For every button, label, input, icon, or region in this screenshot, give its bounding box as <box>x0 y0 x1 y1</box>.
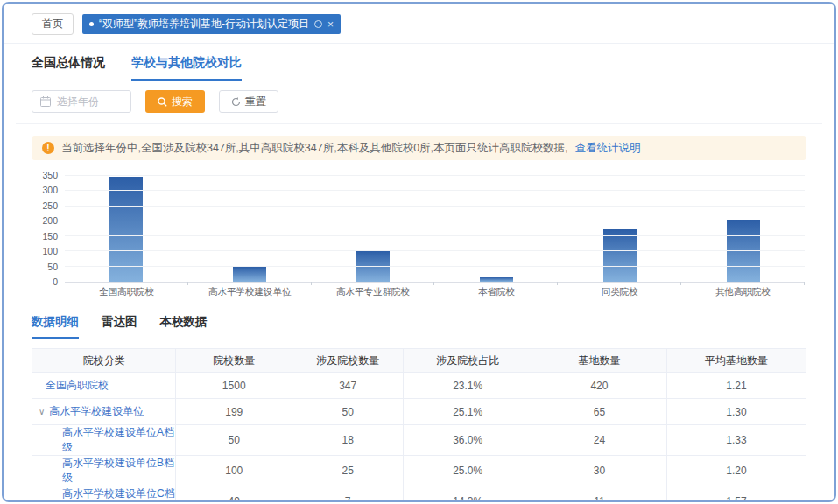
row-category-link[interactable]: 全国高职院校 <box>46 379 109 391</box>
y-axis-tick-label: 50 <box>32 262 58 272</box>
table-cell: 18 <box>292 425 404 456</box>
gridline <box>65 220 805 221</box>
table-cell: 11 <box>532 486 667 503</box>
tab-own-school-data[interactable]: 本校数据 <box>160 314 208 339</box>
gridline <box>65 206 805 206</box>
search-icon <box>158 97 167 107</box>
table-cell: 36.0% <box>404 425 532 456</box>
bar-chart: 050100150200250300350 全国高职院校高水平学校建设单位高水平… <box>32 174 806 302</box>
tags-view-bar: 首页 “双师型”教师培养培训基地-行动计划认定项目 × <box>4 4 834 44</box>
row-category-link[interactable]: 高水平学校建设单位B档级 <box>62 457 174 484</box>
row-category-link[interactable]: 高水平学校建设单位A档级 <box>62 426 174 453</box>
header-involved-count: 涉及院校数量 <box>292 349 404 373</box>
reset-button[interactable]: 重置 <box>219 90 278 113</box>
table-cell: 23.1% <box>404 373 532 399</box>
x-axis-category-label: 其他高职院校 <box>681 286 805 298</box>
table-cell: 1.33 <box>666 425 806 456</box>
table-cell: 1.21 <box>666 373 806 399</box>
chart-bar[interactable] <box>356 251 390 282</box>
table-cell: 7 <box>292 486 404 503</box>
y-axis-tick-label: 350 <box>32 170 58 180</box>
table-row: 高水平学校建设单位B档级 100 25 25.0% 30 1.20 <box>32 456 806 486</box>
tab-school-compare[interactable]: 学校与其他院校对比 <box>131 55 242 80</box>
y-axis-tick-label: 300 <box>32 185 58 195</box>
refresh-icon <box>231 97 241 107</box>
app-window: 首页 “双师型”教师培养培训基地-行动计划认定项目 × 全国总体情况 学校与其他… <box>2 2 836 502</box>
table-cell: 25 <box>292 456 404 486</box>
table-cell: 199 <box>176 399 292 425</box>
gridline <box>65 266 805 267</box>
y-axis-tick-label: 100 <box>32 246 58 256</box>
detail-table: 院校分类 院校数量 涉及院校数量 涉及院校占比 基地数量 平均基地数量 全国高职… <box>32 348 806 502</box>
chevron-down-icon[interactable]: ∨ <box>39 407 45 416</box>
row-category-link[interactable]: 高水平学校建设单位 <box>49 405 144 417</box>
header-avg-base-count: 平均基地数量 <box>666 349 806 373</box>
table-cell: 100 <box>176 456 292 486</box>
table-cell: 25.1% <box>404 399 532 425</box>
gridline <box>65 235 805 236</box>
table-cell: 1.30 <box>666 399 806 425</box>
year-picker-placeholder: 选择年份 <box>57 94 99 109</box>
stats-explain-link[interactable]: 查看统计说明 <box>575 141 641 156</box>
reset-button-label: 重置 <box>245 94 266 109</box>
y-axis-tick-label: 250 <box>32 200 58 211</box>
active-dot-icon <box>89 22 94 26</box>
table-cell: 65 <box>532 399 667 425</box>
row-category-link[interactable]: 高水平学校建设单位C档级 <box>62 487 175 502</box>
tab-data-detail[interactable]: 数据明细 <box>32 314 79 339</box>
header-involved-ratio: 涉及院校占比 <box>404 349 532 373</box>
table-row: 高水平学校建设单位C档级 49 7 14.3% 11 1.57 <box>32 486 806 503</box>
gridline <box>65 250 805 251</box>
tag-label: “双师型”教师培养培训基地-行动计划认定项目 <box>99 17 309 32</box>
tag-active-project[interactable]: “双师型”教师培养培训基地-行动计划认定项目 × <box>82 14 341 34</box>
table-cell: 49 <box>176 486 292 503</box>
table-cell: 347 <box>292 373 404 399</box>
chart-plot: 全国高职院校高水平学校建设单位高水平专业群院校本省院校同类院校其他高职院校 <box>65 176 805 283</box>
table-cell: 30 <box>532 456 667 486</box>
x-axis-category-label: 全国高职院校 <box>65 286 188 298</box>
y-axis-tick-label: 150 <box>32 231 58 242</box>
table-row: 高水平学校建设单位A档级 50 18 36.0% 24 1.33 <box>32 425 806 456</box>
top-tabs: 全国总体情况 学校与其他院校对比 <box>32 55 806 80</box>
tab-national-overview[interactable]: 全国总体情况 <box>32 55 105 80</box>
x-axis-category-label: 高水平专业群院校 <box>312 286 435 298</box>
main-content: 全国总体情况 学校与其他院校对比 选择年份 搜索 <box>4 55 834 502</box>
table-header-row: 院校分类 院校数量 涉及院校数量 涉及院校占比 基地数量 平均基地数量 <box>32 349 806 373</box>
detail-tabs: 数据明细 雷达图 本校数据 <box>32 314 806 339</box>
chart-y-axis: 050100150200250300350 <box>32 176 63 283</box>
tag-home[interactable]: 首页 <box>32 13 74 35</box>
table-cell: 1500 <box>176 373 292 399</box>
table-row: 全国高职院校 1500 347 23.1% 420 1.21 <box>32 373 806 399</box>
x-axis-category-label: 高水平学校建设单位 <box>188 286 312 298</box>
table-cell: 420 <box>532 373 667 399</box>
divider <box>16 123 822 124</box>
refresh-circle-icon[interactable] <box>314 20 322 28</box>
header-school-count: 院校数量 <box>176 349 292 373</box>
calendar-icon <box>40 96 51 107</box>
table-cell: 25.0% <box>404 456 532 486</box>
search-button[interactable]: 搜索 <box>145 90 205 113</box>
table-row: ∨高水平学校建设单位 199 50 25.1% 65 1.30 <box>32 399 806 425</box>
table-cell: 1.20 <box>666 456 806 486</box>
table-cell: 50 <box>176 425 292 456</box>
header-category: 院校分类 <box>32 349 176 373</box>
y-axis-tick-label: 0 <box>32 276 58 287</box>
y-axis-tick-label: 200 <box>32 215 58 226</box>
close-icon[interactable]: × <box>327 19 334 30</box>
search-button-label: 搜索 <box>172 94 193 109</box>
warning-icon: ! <box>42 142 54 154</box>
chart-bar[interactable] <box>603 229 637 283</box>
table-cell: 24 <box>532 425 667 456</box>
table-cell: 50 <box>292 399 404 425</box>
table-cell: 1.57 <box>666 486 806 503</box>
x-axis-category-label: 同类院校 <box>558 286 681 298</box>
filter-row: 选择年份 搜索 重置 <box>32 90 806 113</box>
chart-bar[interactable] <box>480 277 513 282</box>
gridline <box>65 175 805 176</box>
chart-bar[interactable] <box>233 267 266 282</box>
alert-text: 当前选择年份中,全国涉及院校347所,其中高职院校347所,本科及其他院校0所,… <box>61 141 568 156</box>
x-axis-category-label: 本省院校 <box>434 286 558 298</box>
gridline <box>65 190 805 191</box>
year-picker-input[interactable]: 选择年份 <box>32 90 131 113</box>
tab-radar-chart[interactable]: 雷达图 <box>102 314 137 339</box>
